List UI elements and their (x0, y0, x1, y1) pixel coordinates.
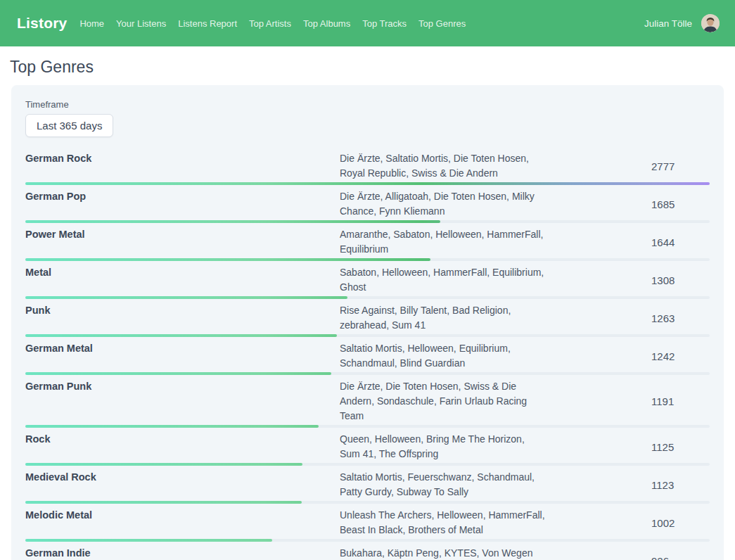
genre-name: Punk (25, 303, 340, 333)
genre-row: German Rock Die Ärzte, Saltatio Mortis, … (25, 147, 710, 185)
genre-bar-track (25, 296, 710, 299)
genre-bar-track (25, 539, 710, 542)
genre-bar-track (25, 463, 710, 466)
user-name[interactable]: Julian Tölle (644, 18, 692, 29)
nav-link-top-genres[interactable]: Top Genres (418, 18, 466, 29)
genre-name: German Metal (25, 341, 340, 371)
genre-listen-count: 2777 (651, 160, 710, 172)
nav-link-top-tracks[interactable]: Top Tracks (362, 18, 407, 29)
genre-bar-track (25, 182, 710, 185)
genre-name: Medieval Rock (25, 470, 340, 499)
nav-link-your-listens[interactable]: Your Listens (116, 18, 166, 29)
genre-listen-count: 1002 (651, 517, 710, 529)
avatar-photo-icon (701, 14, 720, 32)
genre-bar-track (25, 372, 710, 375)
genre-row: Punk Rise Against, Billy Talent, Bad Rel… (25, 299, 710, 337)
genre-artists: Rise Against, Billy Talent, Bad Religion… (340, 303, 545, 333)
timeframe-select[interactable]: Last 365 days (25, 114, 113, 137)
nav-link-home[interactable]: Home (79, 18, 104, 29)
genre-bar-fill (25, 501, 302, 504)
genre-bar-track (25, 425, 710, 428)
genre-listen-count: 1242 (651, 350, 710, 362)
top-genres-card: Timeframe Last 365 days German Rock Die … (11, 85, 724, 560)
timeframe-label: Timeframe (25, 99, 710, 110)
genre-listen-count: 926 (651, 555, 710, 560)
genre-name: Power Metal (25, 227, 340, 257)
timeframe-filter: Timeframe Last 365 days (25, 99, 710, 137)
genre-name: German Indie (25, 546, 340, 560)
nav-user-section[interactable]: Julian Tölle (644, 14, 720, 32)
nav-link-top-artists[interactable]: Top Artists (249, 18, 291, 29)
genre-bar-fill (25, 463, 302, 466)
app-logo[interactable]: Listory (17, 15, 67, 32)
genre-row: Power Metal Amaranthe, Sabaton, Hellowee… (25, 223, 710, 261)
genre-bar-fill (25, 425, 319, 428)
genre-name: German Rock (25, 151, 340, 181)
genre-artists: Die Ärzte, Alligatoah, Die Toten Hosen, … (340, 189, 545, 219)
genre-name: Melodic Metal (25, 508, 340, 537)
genre-row: German Punk Die Ärzte, Die Toten Hosen, … (25, 375, 710, 428)
genre-name: German Punk (25, 379, 340, 424)
genre-name: German Pop (25, 189, 340, 219)
genre-name: Metal (25, 265, 340, 295)
genre-row: Medieval Rock Saltatio Mortis, Feuerschw… (25, 466, 710, 504)
genre-artists: Queen, Helloween, Bring Me The Horizon, … (340, 432, 545, 462)
genre-listen-count: 1123 (651, 479, 710, 491)
top-navbar: Listory HomeYour ListensListens ReportTo… (0, 0, 735, 46)
genre-bar-fill (25, 334, 337, 337)
genre-listen-count: 1263 (651, 312, 710, 324)
genre-row: German Metal Saltatio Mortis, Helloween,… (25, 337, 710, 375)
genre-artists: Unleash The Archers, Helloween, HammerFa… (340, 508, 545, 537)
genre-artists: Die Ärzte, Die Toten Hosen, Swiss & Die … (340, 379, 545, 424)
nav-link-listens-report[interactable]: Listens Report (178, 18, 237, 29)
genre-bar-fill (25, 182, 710, 185)
genre-list: German Rock Die Ärzte, Saltatio Mortis, … (25, 147, 710, 560)
genre-listen-count: 1644 (651, 236, 710, 248)
genre-bar-fill (25, 258, 430, 261)
genre-row: German Indie Bukahara, Käptn Peng, KYTES… (25, 542, 710, 560)
genre-artists: Die Ärzte, Saltatio Mortis, Die Toten Ho… (340, 151, 545, 181)
genre-listen-count: 1191 (651, 395, 710, 407)
genre-listen-count: 1685 (651, 198, 710, 210)
genre-bar-fill (25, 539, 272, 542)
genre-artists: Sabaton, Helloween, HammerFall, Equilibr… (340, 265, 545, 295)
genre-name: Rock (25, 432, 340, 462)
genre-listen-count: 1125 (651, 441, 710, 453)
genre-bar-track (25, 334, 710, 337)
genre-artists: Saltatio Mortis, Helloween, Equilibrium,… (340, 341, 545, 371)
main-content: Top Genres Timeframe Last 365 days Germa… (0, 58, 735, 560)
genre-artists: Bukahara, Käptn Peng, KYTES, Von Wegen L… (340, 546, 545, 560)
genre-row: German Pop Die Ärzte, Alligatoah, Die To… (25, 185, 710, 223)
genre-row: Rock Queen, Helloween, Bring Me The Hori… (25, 428, 710, 466)
page-title: Top Genres (10, 58, 735, 77)
genre-artists: Saltatio Mortis, Feuerschwanz, Schandmau… (340, 470, 545, 499)
genre-bar-fill (25, 296, 347, 299)
genre-bar-fill (25, 220, 440, 223)
user-avatar[interactable] (701, 14, 720, 32)
genre-bar-track (25, 220, 710, 223)
genre-artists: Amaranthe, Sabaton, Helloween, HammerFal… (340, 227, 545, 257)
genre-row: Melodic Metal Unleash The Archers, Hello… (25, 504, 710, 542)
nav-link-top-albums[interactable]: Top Albums (303, 18, 350, 29)
genre-row: Metal Sabaton, Helloween, HammerFall, Eq… (25, 261, 710, 299)
nav-links: HomeYour ListensListens ReportTop Artist… (79, 18, 466, 29)
genre-bar-track (25, 258, 710, 261)
genre-bar-track (25, 501, 710, 504)
genre-listen-count: 1308 (651, 274, 710, 286)
genre-bar-fill (25, 372, 331, 375)
